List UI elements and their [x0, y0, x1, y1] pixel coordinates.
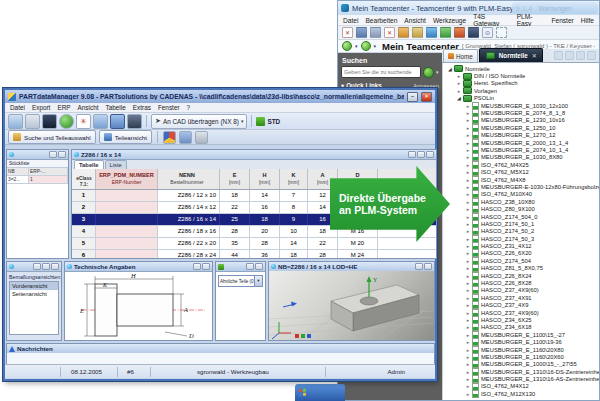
collapse-icon[interactable]: ▸ — [465, 154, 471, 160]
panel-button[interactable] — [408, 151, 416, 158]
collapse-icon[interactable]: ▸ — [465, 376, 471, 382]
refresh-icon[interactable] — [440, 27, 451, 38]
folder-new-icon[interactable] — [412, 27, 423, 38]
tab-normteile[interactable]: Normteile ✕ — [479, 48, 543, 62]
column-header-e[interactable]: E [mm] — [220, 169, 250, 189]
collapse-icon[interactable]: ▸ — [465, 199, 471, 205]
menu-item[interactable]: Export — [32, 104, 50, 111]
d-cell[interactable]: M 20 — [338, 238, 378, 249]
h-cell[interactable]: 28 — [250, 238, 280, 249]
bom-cell[interactable]: 1 — [29, 176, 68, 184]
folder-open-icon[interactable] — [398, 27, 409, 38]
column-header-erp[interactable]: ERP_PDM_NUMBER ERP-Number — [96, 169, 158, 189]
menu-item[interactable]: Datei — [343, 17, 358, 24]
tree-item-part[interactable]: ▸ HASCO_Z37_4X9(60) — [443, 309, 599, 316]
part-view-button[interactable]: Teileansicht — [99, 130, 152, 144]
panel-button[interactable] — [426, 151, 434, 158]
tree-item-part[interactable]: ▸ HASCO_Z174_504 — [443, 257, 599, 264]
panel-button[interactable] — [193, 263, 201, 270]
row-number-cell[interactable]: 6 — [72, 250, 96, 258]
assembly-icon[interactable] — [179, 131, 192, 144]
collapse-icon[interactable]: ▸ — [465, 125, 471, 131]
expand-icon[interactable]: ◢ — [447, 66, 453, 72]
collapse-icon[interactable]: ▸ — [456, 80, 462, 86]
similar-parts-dropdown[interactable]: Ähnliche Teile (0 Erg ▾ — [218, 275, 263, 287]
drawing-panel-titlebar[interactable]: Technische Angaben — [65, 262, 212, 272]
view-list-item[interactable]: Seitenansicht — [10, 290, 58, 298]
delete-icon[interactable]: ✕ — [342, 27, 353, 38]
tree-item-part[interactable]: ▸ HASCO_Z31_4X12 — [443, 242, 599, 249]
close-button[interactable]: ✕ — [421, 92, 432, 102]
collapse-icon[interactable]: ▸ — [465, 147, 471, 153]
tree-item-part[interactable]: ▸ MEUSBURGER_E_1000\15_-_27\55 — [443, 361, 599, 368]
collapse-icon[interactable]: ▸ — [465, 110, 471, 116]
collapse-icon[interactable]: ▸ — [465, 347, 471, 353]
collapse-icon[interactable]: ▸ — [465, 310, 471, 316]
collapse-icon[interactable]: ▸ — [465, 265, 471, 271]
tree-item-part[interactable]: ▸ MEUSBURGER_E_1230_10x16 — [443, 117, 599, 124]
e-cell[interactable]: 22 — [220, 202, 250, 213]
tree-item-part[interactable]: ▸ MEUSBURGER-E-1030-12x80-Führungsbolzen… — [443, 183, 599, 190]
k-cell[interactable]: 18 — [280, 250, 308, 258]
panel-button[interactable] — [415, 263, 423, 270]
tree-item-part[interactable]: ▸ HASCO_Z174_504_0 — [443, 213, 599, 220]
pdm-titlebar[interactable]: PARTdataManager 9.08 - PARTsolutions by … — [5, 90, 435, 103]
erp-cell[interactable] — [96, 250, 158, 258]
tree-item-part[interactable]: ▸ MEUSBURGER_E_1100\19-36 — [443, 338, 599, 345]
new-window-icon[interactable] — [8, 114, 23, 129]
tree-item-part[interactable]: ▸ HASCO_Z37_4X9 — [443, 302, 599, 309]
nenn-cell[interactable]: Z286 / 28 x 24 — [158, 250, 220, 258]
tree-item-part[interactable]: ▸ MEUSBURGER_E_1160\20X80 — [443, 346, 599, 353]
menu-item[interactable]: Datei — [10, 104, 25, 111]
search-input[interactable]: Geben Sie die zu suchende — [341, 66, 421, 78]
cad-transfer-dropdown[interactable]: ➤ An CAD übertragen (NX 8) ▾ — [151, 114, 247, 129]
erp-cell[interactable] — [96, 202, 158, 213]
tree-item-folder[interactable]: ▸ DIN / ISO Normteile — [443, 72, 599, 79]
tree-item-part[interactable]: ▸ ISO_4762_M4X25 — [443, 161, 599, 168]
h-cell[interactable]: 14 — [250, 190, 280, 201]
tree-item-part[interactable]: ▸ MEUSBURGER_E_1030_12x100 — [443, 102, 599, 109]
e-cell[interactable]: 44 — [220, 250, 250, 258]
dropdown-arrow-icon[interactable]: ▾ — [254, 276, 262, 286]
menu-item[interactable]: Hilfe — [581, 17, 594, 24]
collapse-icon[interactable]: ▸ — [465, 250, 471, 256]
collapse-icon[interactable]: ▸ — [465, 206, 471, 212]
e-cell[interactable]: 25 — [220, 214, 250, 225]
collapse-icon[interactable]: ▸ — [465, 162, 471, 168]
collapse-icon[interactable]: ▸ — [465, 273, 471, 279]
column-header-nenn[interactable]: NENN Bestellnummer — [158, 169, 220, 189]
tree-item-root[interactable]: ◢ Normteile — [443, 65, 599, 72]
nenn-cell[interactable]: Z286 / 18 x 16 — [158, 226, 220, 237]
tree-item-part[interactable]: ▸ MEUSBURGER_E_2074_10_1_4 — [443, 146, 599, 153]
menu-item[interactable]: Tabelle — [106, 104, 126, 111]
collapse-icon[interactable]: ▸ — [465, 169, 471, 175]
print-icon[interactable] — [426, 27, 437, 38]
tree-item-part[interactable]: ▸ ISO_4762_M10X40 — [443, 191, 599, 198]
cut-icon[interactable] — [356, 27, 367, 38]
collapse-icon[interactable]: ▸ — [456, 88, 462, 94]
row-number-cell[interactable]: 2 — [72, 202, 96, 213]
panel-button[interactable] — [255, 263, 263, 270]
part-view-icon[interactable] — [127, 114, 142, 129]
panel-button[interactable] — [424, 263, 432, 270]
collapse-icon[interactable]: ▸ — [465, 317, 471, 323]
menu-item[interactable]: Ansicht — [404, 17, 426, 24]
taskbar-start-fragment[interactable] — [295, 384, 345, 401]
collapse-icon[interactable]: ▸ — [465, 236, 471, 242]
panel-button[interactable] — [49, 151, 57, 158]
row-number-cell[interactable]: 3 — [72, 214, 96, 225]
select-region-icon[interactable] — [496, 27, 507, 38]
back-button[interactable] — [342, 41, 352, 51]
row-number-cell[interactable]: 5 — [72, 238, 96, 249]
tab-home[interactable]: Home — [443, 49, 478, 62]
nenn-cell[interactable]: Z286 / 14 x 12 — [158, 202, 220, 213]
tree-item-folder[interactable]: ▸ Vorlagen — [443, 87, 599, 94]
panel-button[interactable] — [417, 151, 425, 158]
menu-item[interactable]: T4S Gateway — [473, 13, 509, 27]
h-cell[interactable]: 20 — [250, 226, 280, 237]
panel-button[interactable] — [42, 263, 50, 270]
column-header-k[interactable]: K [mm] — [280, 169, 308, 189]
tree-item-part[interactable]: ▸ HASCO_Z37_4X9(60) — [443, 287, 599, 294]
column-header-h[interactable]: H [mm] — [250, 169, 280, 189]
k-cell[interactable]: 7 — [280, 190, 308, 201]
